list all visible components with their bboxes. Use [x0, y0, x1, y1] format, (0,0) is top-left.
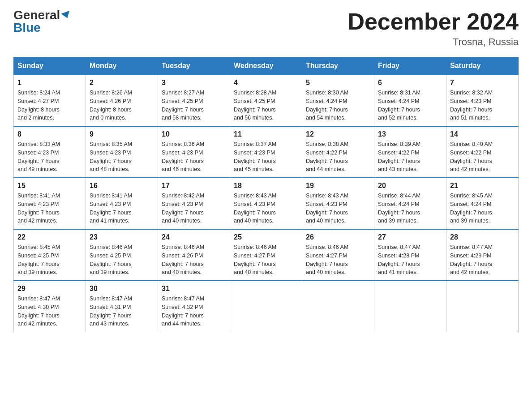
weekday-header-wednesday: Wednesday — [230, 57, 302, 75]
calendar-table: SundayMondayTuesdayWednesdayThursdayFrid… — [13, 57, 519, 332]
day-info: Sunrise: 8:47 AM Sunset: 4:28 PM Dayligh… — [378, 243, 442, 277]
day-info: Sunrise: 8:47 AM Sunset: 4:30 PM Dayligh… — [17, 295, 82, 328]
day-number: 17 — [162, 182, 226, 190]
calendar-cell: 10Sunrise: 8:36 AM Sunset: 4:23 PM Dayli… — [158, 126, 230, 178]
day-number: 30 — [90, 285, 154, 293]
calendar-cell: 25Sunrise: 8:46 AM Sunset: 4:27 PM Dayli… — [230, 229, 302, 281]
day-number: 27 — [378, 233, 442, 241]
calendar-cell: 16Sunrise: 8:41 AM Sunset: 4:23 PM Dayli… — [86, 178, 158, 229]
calendar-cell: 1Sunrise: 8:24 AM Sunset: 4:27 PM Daylig… — [14, 75, 86, 126]
day-info: Sunrise: 8:47 AM Sunset: 4:29 PM Dayligh… — [450, 243, 515, 277]
location-text: Trosna, Russia — [348, 36, 519, 48]
day-info: Sunrise: 8:26 AM Sunset: 4:26 PM Dayligh… — [90, 89, 154, 122]
day-number: 24 — [162, 233, 226, 241]
calendar-cell: 7Sunrise: 8:32 AM Sunset: 4:23 PM Daylig… — [446, 75, 519, 126]
calendar-cell — [374, 281, 446, 332]
calendar-cell: 15Sunrise: 8:41 AM Sunset: 4:23 PM Dayli… — [14, 178, 86, 229]
day-number: 25 — [234, 233, 298, 241]
calendar-cell: 24Sunrise: 8:46 AM Sunset: 4:26 PM Dayli… — [158, 229, 230, 281]
calendar-cell: 28Sunrise: 8:47 AM Sunset: 4:29 PM Dayli… — [446, 229, 519, 281]
calendar-cell: 22Sunrise: 8:45 AM Sunset: 4:25 PM Dayli… — [14, 229, 86, 281]
calendar-cell — [302, 281, 374, 332]
logo-triangle-icon — [61, 11, 72, 20]
day-number: 7 — [450, 79, 515, 87]
week-row-4: 22Sunrise: 8:45 AM Sunset: 4:25 PM Dayli… — [14, 229, 519, 281]
day-number: 16 — [90, 182, 154, 190]
day-info: Sunrise: 8:41 AM Sunset: 4:23 PM Dayligh… — [90, 192, 154, 225]
day-info: Sunrise: 8:27 AM Sunset: 4:25 PM Dayligh… — [162, 89, 226, 122]
weekday-header-thursday: Thursday — [302, 57, 374, 75]
weekday-header-sunday: Sunday — [14, 57, 86, 75]
weekday-header-friday: Friday — [374, 57, 446, 75]
calendar-cell — [230, 281, 302, 332]
calendar-cell: 8Sunrise: 8:33 AM Sunset: 4:23 PM Daylig… — [14, 126, 86, 178]
day-info: Sunrise: 8:38 AM Sunset: 4:22 PM Dayligh… — [306, 140, 370, 174]
day-number: 26 — [306, 233, 370, 241]
calendar-header: SundayMondayTuesdayWednesdayThursdayFrid… — [14, 57, 519, 75]
week-row-3: 15Sunrise: 8:41 AM Sunset: 4:23 PM Dayli… — [14, 178, 519, 229]
day-number: 23 — [90, 233, 154, 241]
day-info: Sunrise: 8:42 AM Sunset: 4:23 PM Dayligh… — [162, 192, 226, 225]
month-title: December 2024 — [348, 9, 519, 34]
day-info: Sunrise: 8:24 AM Sunset: 4:27 PM Dayligh… — [17, 89, 82, 122]
day-info: Sunrise: 8:45 AM Sunset: 4:25 PM Dayligh… — [17, 243, 82, 277]
calendar-cell: 17Sunrise: 8:42 AM Sunset: 4:23 PM Dayli… — [158, 178, 230, 229]
title-block: December 2024 Trosna, Russia — [348, 9, 519, 48]
day-info: Sunrise: 8:43 AM Sunset: 4:23 PM Dayligh… — [306, 192, 370, 225]
day-number: 4 — [234, 79, 298, 87]
calendar-body: 1Sunrise: 8:24 AM Sunset: 4:27 PM Daylig… — [14, 75, 519, 332]
day-info: Sunrise: 8:43 AM Sunset: 4:23 PM Dayligh… — [234, 192, 298, 225]
calendar-cell: 31Sunrise: 8:47 AM Sunset: 4:32 PM Dayli… — [158, 281, 230, 332]
week-row-5: 29Sunrise: 8:47 AM Sunset: 4:30 PM Dayli… — [14, 281, 519, 332]
calendar-cell: 13Sunrise: 8:39 AM Sunset: 4:22 PM Dayli… — [374, 126, 446, 178]
calendar-cell: 12Sunrise: 8:38 AM Sunset: 4:22 PM Dayli… — [302, 126, 374, 178]
calendar-cell: 30Sunrise: 8:47 AM Sunset: 4:31 PM Dayli… — [86, 281, 158, 332]
day-number: 13 — [378, 130, 442, 138]
day-info: Sunrise: 8:41 AM Sunset: 4:23 PM Dayligh… — [17, 192, 82, 225]
calendar-cell: 11Sunrise: 8:37 AM Sunset: 4:23 PM Dayli… — [230, 126, 302, 178]
day-number: 1 — [17, 79, 82, 87]
day-info: Sunrise: 8:37 AM Sunset: 4:23 PM Dayligh… — [234, 140, 298, 174]
day-number: 20 — [378, 182, 442, 190]
day-number: 28 — [450, 233, 515, 241]
day-info: Sunrise: 8:39 AM Sunset: 4:22 PM Dayligh… — [378, 140, 442, 174]
day-info: Sunrise: 8:46 AM Sunset: 4:25 PM Dayligh… — [90, 243, 154, 277]
weekday-header-tuesday: Tuesday — [158, 57, 230, 75]
day-number: 18 — [234, 182, 298, 190]
day-info: Sunrise: 8:44 AM Sunset: 4:24 PM Dayligh… — [378, 192, 442, 225]
day-number: 14 — [450, 130, 515, 138]
day-info: Sunrise: 8:36 AM Sunset: 4:23 PM Dayligh… — [162, 140, 226, 174]
day-number: 5 — [306, 79, 370, 87]
day-info: Sunrise: 8:46 AM Sunset: 4:27 PM Dayligh… — [234, 243, 298, 277]
calendar-cell — [446, 281, 519, 332]
calendar-cell: 3Sunrise: 8:27 AM Sunset: 4:25 PM Daylig… — [158, 75, 230, 126]
calendar-cell: 29Sunrise: 8:47 AM Sunset: 4:30 PM Dayli… — [14, 281, 86, 332]
calendar-cell: 5Sunrise: 8:30 AM Sunset: 4:24 PM Daylig… — [302, 75, 374, 126]
day-number: 10 — [162, 130, 226, 138]
day-number: 8 — [17, 130, 82, 138]
day-number: 11 — [234, 130, 298, 138]
logo-general-text: General — [13, 9, 60, 21]
weekday-header-saturday: Saturday — [446, 57, 519, 75]
day-number: 6 — [378, 79, 442, 87]
calendar-cell: 19Sunrise: 8:43 AM Sunset: 4:23 PM Dayli… — [302, 178, 374, 229]
weekday-header-row: SundayMondayTuesdayWednesdayThursdayFrid… — [14, 57, 519, 75]
day-number: 9 — [90, 130, 154, 138]
calendar-cell: 4Sunrise: 8:28 AM Sunset: 4:25 PM Daylig… — [230, 75, 302, 126]
logo-blue-text: Blue — [13, 21, 41, 34]
day-info: Sunrise: 8:33 AM Sunset: 4:23 PM Dayligh… — [17, 140, 82, 174]
calendar-cell: 26Sunrise: 8:46 AM Sunset: 4:27 PM Dayli… — [302, 229, 374, 281]
day-number: 31 — [162, 285, 226, 293]
day-info: Sunrise: 8:35 AM Sunset: 4:23 PM Dayligh… — [90, 140, 154, 174]
day-info: Sunrise: 8:28 AM Sunset: 4:25 PM Dayligh… — [234, 89, 298, 122]
day-number: 21 — [450, 182, 515, 190]
calendar-cell: 9Sunrise: 8:35 AM Sunset: 4:23 PM Daylig… — [86, 126, 158, 178]
day-number: 15 — [17, 182, 82, 190]
day-info: Sunrise: 8:46 AM Sunset: 4:27 PM Dayligh… — [306, 243, 370, 277]
calendar-cell: 20Sunrise: 8:44 AM Sunset: 4:24 PM Dayli… — [374, 178, 446, 229]
day-number: 19 — [306, 182, 370, 190]
calendar-cell: 2Sunrise: 8:26 AM Sunset: 4:26 PM Daylig… — [86, 75, 158, 126]
day-info: Sunrise: 8:31 AM Sunset: 4:24 PM Dayligh… — [378, 89, 442, 122]
calendar-cell: 27Sunrise: 8:47 AM Sunset: 4:28 PM Dayli… — [374, 229, 446, 281]
day-info: Sunrise: 8:47 AM Sunset: 4:31 PM Dayligh… — [90, 295, 154, 328]
